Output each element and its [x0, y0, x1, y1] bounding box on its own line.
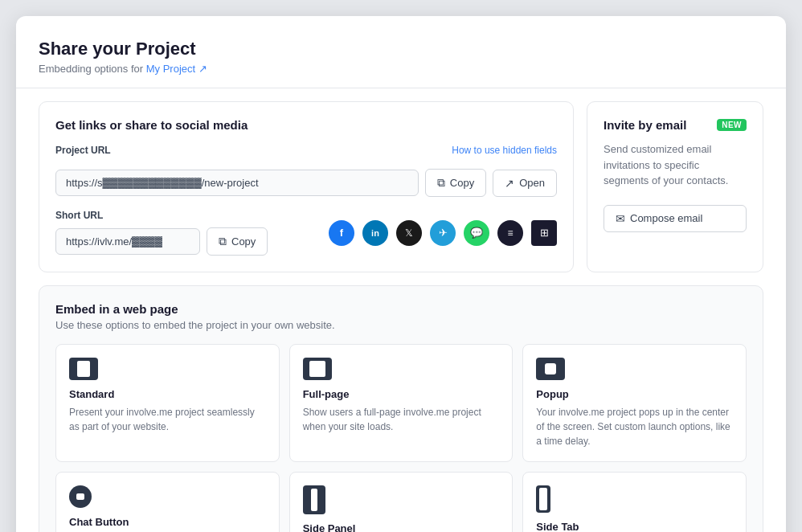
- whatsapp-share-button[interactable]: 💬: [464, 220, 489, 246]
- sidetab-icon-wrap: [536, 485, 733, 513]
- embed-title: Embed in a web page: [55, 302, 747, 316]
- email-icon: ✉: [616, 212, 625, 225]
- compose-email-button[interactable]: ✉ Compose email: [604, 205, 747, 232]
- telegram-share-button[interactable]: ✈: [430, 220, 456, 246]
- open-icon: ↗: [505, 177, 514, 190]
- invite-header: Invite by email NEW: [604, 118, 747, 132]
- copy-url-button[interactable]: ⧉ Copy: [425, 169, 486, 197]
- short-url-label: Short URL: [55, 210, 268, 221]
- embed-popup-title: Popup: [536, 388, 733, 400]
- how-to-hidden-fields-link[interactable]: How to use hidden fields: [452, 145, 557, 156]
- embed-fullpage-desc: Show users a full-page involve.me projec…: [303, 405, 500, 434]
- embed-option-fullpage[interactable]: Full-page Show users a full-page involve…: [289, 344, 514, 462]
- invite-card: Invite by email NEW Send customized emai…: [587, 101, 763, 272]
- linkedin-share-button[interactable]: in: [362, 220, 388, 246]
- fullpage-icon: [303, 358, 332, 380]
- social-icons-group: f in 𝕏 ✈ 💬 ≡: [329, 220, 557, 246]
- project-url-input[interactable]: [55, 170, 419, 196]
- share-card-title: Get links or share to social media: [55, 118, 557, 132]
- project-url-row: ⧉ Copy ↗ Open: [55, 169, 557, 197]
- embed-option-popup[interactable]: Popup Your involve.me project pops up in…: [522, 344, 747, 462]
- short-url-input[interactable]: [55, 228, 200, 255]
- open-url-button[interactable]: ↗ Open: [493, 170, 557, 197]
- embed-option-chatbutton[interactable]: Chat Button Your project opens as a popo…: [55, 472, 280, 532]
- embed-section: Embed in a web page Use these options to…: [39, 285, 763, 532]
- embed-fullpage-title: Full-page: [303, 388, 500, 400]
- embed-popup-desc: Your involve.me project pops up in the c…: [536, 405, 733, 448]
- embed-option-sidetab[interactable]: Side Tab Let your involve.me project as …: [522, 472, 747, 532]
- project-url-header: Project URL How to use hidden fields: [55, 145, 557, 162]
- sidetab-icon: [536, 485, 550, 513]
- modal-header: Share your Project Embedding options for…: [39, 39, 763, 75]
- buffer-share-button[interactable]: ≡: [497, 220, 523, 246]
- embed-option-standard[interactable]: Standard Present your involve.me project…: [55, 344, 280, 462]
- chatbutton-icon-wrap: [69, 485, 266, 508]
- embed-sidepanel-title: Side Panel: [303, 522, 500, 532]
- embed-option-sidepanel[interactable]: Side Panel Let your involve.me project s…: [289, 472, 514, 532]
- embed-sidetab-title: Side Tab: [536, 521, 733, 532]
- copy-short-url-button[interactable]: ⧉ Copy: [207, 227, 268, 256]
- header-divider: [16, 88, 786, 88]
- copy-icon: ⧉: [437, 176, 445, 190]
- short-url-row: ⧉ Copy: [55, 227, 268, 256]
- top-section: Get links or share to social media Proje…: [39, 101, 763, 272]
- page-title: Share your Project: [39, 39, 763, 59]
- sidepanel-icon-wrap: [303, 485, 500, 514]
- copy-short-icon: ⧉: [219, 235, 227, 248]
- embed-options-grid: Standard Present your involve.me project…: [55, 344, 747, 532]
- share-card: Get links or share to social media Proje…: [39, 101, 574, 272]
- sidepanel-icon: [303, 485, 325, 514]
- qr-code-button[interactable]: ⊞: [531, 220, 557, 246]
- chatbutton-icon: [69, 485, 92, 508]
- embed-description: Use these options to embed the project i…: [55, 319, 747, 331]
- twitter-share-button[interactable]: 𝕏: [396, 220, 422, 246]
- embed-standard-title: Standard: [69, 388, 266, 400]
- short-url-section: Short URL ⧉ Copy f in: [55, 210, 557, 256]
- modal-subtitle: Embedding options for My Project ↗: [39, 63, 763, 75]
- short-url-left: Short URL ⧉ Copy: [55, 210, 268, 256]
- new-badge: NEW: [717, 119, 747, 131]
- share-modal: Share your Project Embedding options for…: [16, 16, 786, 532]
- embed-chatbutton-title: Chat Button: [69, 516, 266, 528]
- invite-title: Invite by email: [604, 118, 686, 132]
- project-link[interactable]: My Project ↗: [146, 63, 207, 75]
- embed-standard-desc: Present your involve.me project seamless…: [69, 405, 266, 434]
- project-url-label: Project URL: [55, 145, 111, 156]
- standard-icon: [69, 358, 98, 380]
- invite-description: Send customized email invitations to spe…: [604, 141, 747, 189]
- facebook-share-button[interactable]: f: [329, 220, 354, 246]
- popup-icon: [536, 358, 565, 380]
